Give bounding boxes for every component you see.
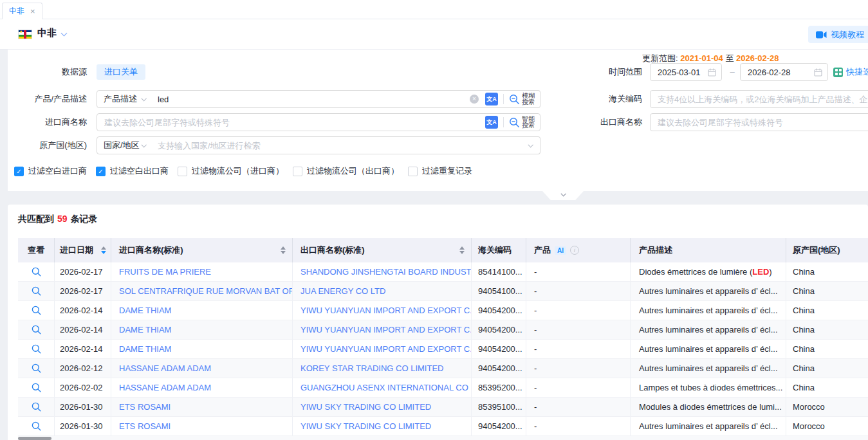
collapse-filters-button[interactable] (542, 191, 584, 200)
importer-link[interactable]: ETS ROSAMI (111, 417, 293, 435)
product-label: 产品/产品描述 (21, 90, 87, 108)
exporter-link[interactable]: KOREY STAR TRADING CO LIMITED (293, 359, 472, 378)
translate-icon[interactable]: 文A (485, 116, 498, 129)
calendar-icon[interactable] (814, 68, 822, 77)
view-detail-button[interactable] (32, 402, 41, 412)
importer-link[interactable]: SOL CENTRAFRIQUE RUE MORVAN BAT OF... (111, 282, 293, 300)
chevron-down-icon[interactable] (61, 30, 68, 37)
view-detail-button[interactable] (32, 286, 41, 296)
sort-icon[interactable] (459, 246, 465, 254)
importer-link[interactable]: ETS ROSAMI (111, 398, 293, 416)
column-header-exporter[interactable]: 出口商名称(标准) (293, 238, 472, 262)
exporter-link[interactable]: SHANDONG JINSHENGTAI BOARD INDUST... (293, 262, 472, 281)
origin-type-select[interactable]: 国家/地区 (97, 136, 151, 154)
description-cell: Autres luminaires et appareils d’ écl... (631, 301, 786, 320)
smart-search-label-line2: 搜索 (522, 122, 535, 129)
column-header-import-date[interactable]: 进口日期 (55, 238, 111, 262)
exporter-link[interactable]: YIWU SKY TRADING CO LIMITED (293, 398, 472, 416)
import-date-cell: 2026-01-30 (55, 398, 111, 416)
description-cell: Lampes et tubes à diodes émettrices... (631, 378, 786, 397)
time-range-label: 时间范围 (589, 63, 642, 81)
view-detail-button[interactable] (32, 363, 41, 373)
date-start-field[interactable] (650, 63, 722, 81)
product-cell: - (526, 340, 631, 358)
ai-badge: AI (555, 246, 566, 255)
translate-icon[interactable]: 文A (485, 93, 498, 105)
calendar-icon[interactable] (708, 68, 716, 77)
quick-select-button[interactable]: 快捷选择 (833, 66, 868, 78)
checkbox-icon[interactable] (408, 167, 418, 176)
column-header-origin-country: 原产国(地区) (786, 238, 868, 262)
date-start-input[interactable] (651, 68, 708, 77)
smart-search-button[interactable]: 智能 搜索 (509, 116, 540, 129)
product-search-input[interactable] (151, 95, 470, 104)
view-detail-button[interactable] (32, 421, 41, 431)
filter-checkbox[interactable]: ✓ 过滤空白出口商 (96, 165, 169, 177)
magnifier-icon (32, 325, 41, 335)
exporter-link[interactable]: GUANGZHOU ASENX INTERNATIONAL CO ... (293, 378, 472, 397)
checkbox-icon[interactable] (178, 167, 187, 176)
checkbox-icon[interactable]: ✓ (96, 167, 106, 176)
hs-code-field[interactable] (650, 90, 868, 108)
tab-zhongfei[interactable]: 中非 × (2, 3, 42, 19)
importer-link[interactable]: DAME THIAM (111, 320, 293, 339)
view-cell (18, 398, 55, 416)
date-end-field[interactable] (740, 63, 828, 81)
import-date-cell: 2026-02-14 (55, 340, 111, 358)
checkbox-icon[interactable] (293, 167, 302, 176)
tab-close-icon[interactable]: × (30, 7, 35, 15)
importer-link[interactable]: FRUITS DE MA PRIERE (111, 262, 293, 281)
importer-search-input[interactable] (97, 118, 485, 127)
view-detail-button[interactable] (32, 383, 41, 392)
origin-country-cell: Morocco (786, 398, 868, 416)
video-tutorial-button[interactable]: 视频教程 (808, 26, 868, 43)
origin-search-field[interactable] (151, 136, 540, 154)
import-date-cell: 2026-01-30 (55, 417, 111, 435)
update-range-to: 2026-02-28 (736, 53, 779, 63)
checkbox-icon[interactable]: ✓ (14, 167, 24, 176)
hs-code-label: 海关编码 (589, 90, 642, 108)
product-cell: - (526, 359, 631, 378)
exporter-link[interactable]: YIWU SKY TRADING CO LIMITED (293, 417, 472, 435)
exporter-field[interactable] (650, 113, 868, 131)
column-header-view: 查看 (18, 238, 55, 262)
filter-checkbox[interactable]: 过滤重复记录 (408, 165, 472, 177)
description-cell: Modules à diodes émettrices de lumi... (631, 398, 786, 416)
divider (503, 117, 504, 127)
filter-checkbox[interactable]: 过滤物流公司（进口商） (178, 165, 284, 177)
horizontal-scrollbar-thumb[interactable] (18, 437, 51, 440)
product-type-value: 产品描述 (104, 93, 137, 105)
date-end-input[interactable] (741, 68, 814, 77)
datasource-import-declaration-button[interactable]: 进口关单 (97, 64, 145, 80)
importer-link[interactable]: DAME THIAM (111, 340, 293, 358)
magnifier-icon (32, 286, 41, 296)
origin-search-input[interactable] (151, 141, 528, 151)
sort-icon[interactable] (101, 246, 106, 254)
exporter-link[interactable]: JUA ENERGY CO LTD (293, 282, 472, 300)
filter-checkbox[interactable]: ✓ 过滤空白进口商 (14, 165, 87, 177)
exporter-input[interactable] (651, 118, 868, 127)
column-header-importer[interactable]: 进口商名称(标准) (111, 238, 293, 262)
exporter-link[interactable]: YIWU YUANYUAN IMPORT AND EXPORT C... (293, 320, 472, 339)
view-detail-button[interactable] (32, 267, 41, 277)
product-search-field[interactable]: × 文A 模糊 搜索 (151, 90, 540, 108)
importer-search-field[interactable]: 文A 智能 搜索 (97, 113, 540, 131)
country-selector[interactable]: 中非 (37, 27, 57, 39)
filter-checkbox[interactable]: 过滤物流公司（出口商） (293, 165, 399, 177)
importer-link[interactable]: DAME THIAM (111, 301, 293, 320)
importer-link[interactable]: HASSANE ADAM ADAM (111, 359, 293, 378)
sort-icon[interactable] (281, 246, 286, 254)
chevron-down-icon (141, 142, 146, 147)
view-detail-button[interactable] (32, 325, 41, 335)
exporter-link[interactable]: YIWU YUANYUAN IMPORT AND EXPORT C... (293, 340, 472, 358)
info-icon[interactable]: i (570, 246, 579, 255)
exporter-link[interactable]: YIWU YUANYUAN IMPORT AND EXPORT C... (293, 301, 472, 320)
hs-code-input[interactable] (651, 95, 868, 104)
product-type-select[interactable]: 产品描述 (97, 90, 151, 108)
central-african-republic-flag-icon: ★ (18, 30, 32, 39)
fuzzy-search-button[interactable]: 模糊 搜索 (509, 93, 540, 105)
view-detail-button[interactable] (32, 306, 41, 315)
importer-link[interactable]: HASSANE ADAM ADAM (111, 378, 293, 397)
clear-input-icon[interactable]: × (470, 95, 479, 104)
view-detail-button[interactable] (32, 344, 41, 354)
